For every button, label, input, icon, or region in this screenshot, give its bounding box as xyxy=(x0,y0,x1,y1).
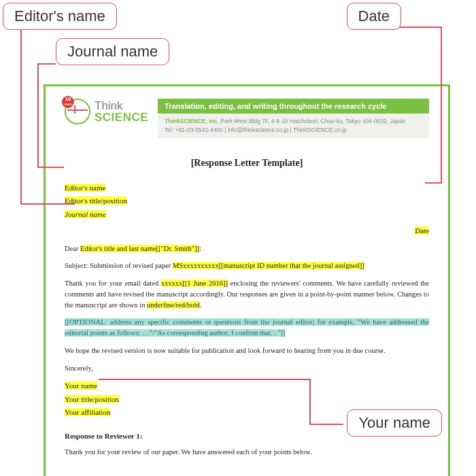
logo-science: SCIENCE xyxy=(95,112,148,123)
company-contact: Tel: +81-03-5541-4400 | info@thinkscienc… xyxy=(165,126,347,133)
thank-prefix: Thank you for your email dated xyxy=(65,279,161,287)
subject-prefix: Subject: Submission of revised paper xyxy=(65,262,173,269)
company-address: Park West Bldg 7F, 4-8-10 Hatchobori, Ch… xyxy=(220,118,405,124)
connector-line xyxy=(20,27,22,203)
connector-line xyxy=(37,63,39,167)
hope-paragraph: We hope the revised version is now suita… xyxy=(65,345,429,356)
callout-editors-name: Editor's name xyxy=(3,3,117,30)
logo-icon: 10 YEARS xyxy=(65,99,90,124)
logo-think: Think xyxy=(95,100,148,112)
dear-prefix: Dear xyxy=(65,245,80,252)
callout-your-name: Your name xyxy=(347,409,442,437)
connector-line xyxy=(20,203,75,205)
callout-journal-name: Journal name xyxy=(56,38,169,65)
letterhead: 10 YEARS Think SCIENCE Translation, edit… xyxy=(65,99,429,138)
logo-badge-years: YEARS xyxy=(62,102,74,107)
connector-line xyxy=(37,63,56,65)
thank-suffix: . xyxy=(200,301,202,309)
field-your-title: Your title/position xyxy=(65,395,119,403)
field-manuscript-id: MSxxxxxxxxxx[[manuscript ID number that … xyxy=(173,262,364,269)
connector-line xyxy=(425,182,442,184)
subject-line: Subject: Submission of revised paper MSx… xyxy=(65,260,429,271)
field-editor-name: Editor's name xyxy=(65,184,105,192)
callout-date: Date xyxy=(347,3,401,30)
field-your-name: Your name xyxy=(65,381,97,390)
connector-line xyxy=(441,27,442,183)
company-name: ThinkSCIENCE, Inc. xyxy=(165,118,219,124)
connector-line xyxy=(99,379,309,380)
header-banner: Translation, editing, and writing throug… xyxy=(158,99,429,138)
sincerely: Sincerely, xyxy=(65,363,429,374)
field-optional: [[OPTIONAL: address any specific comment… xyxy=(65,318,429,337)
logo-block: 10 YEARS Think SCIENCE xyxy=(65,99,148,124)
field-format: underline/red/bold xyxy=(147,301,200,309)
field-email-date: xxxxxx[[1 June 2016]] xyxy=(161,279,228,287)
optional-paragraph: [[OPTIONAL: address any specific comment… xyxy=(65,317,429,339)
thank-you-paragraph: Thank you for your email dated xxxxxx[[1… xyxy=(65,278,429,310)
banner-tagline: Translation, editing, and writing throug… xyxy=(158,99,429,114)
field-dear: Editor's title and last name[["Dr. Smith… xyxy=(80,245,199,252)
banner-contact: ThinkSCIENCE, Inc. Park West Bldg 7F, 4-… xyxy=(158,114,429,138)
field-date: Date xyxy=(415,226,429,235)
dear-suffix: : xyxy=(199,245,201,252)
field-your-affiliation: Your affiliation xyxy=(65,408,110,416)
connector-line xyxy=(309,424,343,425)
field-journal-name: Journal name xyxy=(65,210,106,218)
connector-line xyxy=(309,379,311,424)
logo-badge-number: 10 xyxy=(62,97,74,102)
response-intro: Thank you for your review of our paper. … xyxy=(65,447,429,458)
document-title: [Response Letter Template] xyxy=(65,156,429,170)
connector-line xyxy=(37,167,64,168)
logo-text: Think SCIENCE xyxy=(95,100,148,123)
salutation: Dear Editor's title and last name[["Dr. … xyxy=(65,243,429,254)
